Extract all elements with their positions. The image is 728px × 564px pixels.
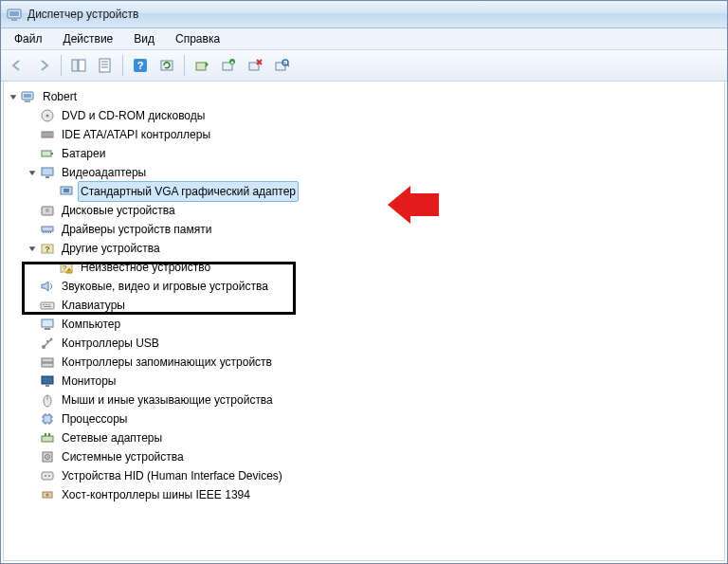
tree-item-label: Клавиатуры: [59, 295, 128, 316]
tree-item-cat-17[interactable]: Устройства HID (Human Interface Devices): [8, 466, 720, 485]
svg-rect-39: [42, 227, 53, 231]
tree-item-cat-8[interactable]: Клавиатуры: [8, 296, 720, 315]
tree-item-cat-12[interactable]: Мониторы: [8, 372, 720, 391]
svg-rect-67: [44, 415, 51, 423]
tree-item-label: Контроллеры USB: [59, 333, 162, 354]
svg-rect-51: [43, 304, 45, 305]
svg-rect-55: [42, 319, 53, 327]
svg-rect-17: [276, 63, 285, 70]
tree-item-cat-1[interactable]: IDE ATA/ATAPI контроллеры: [8, 125, 720, 144]
tree-item-label: Хост-контроллеры шины IEEE 1394: [59, 484, 253, 505]
red-arrow-annotation: [388, 186, 439, 224]
menu-action[interactable]: Действие: [54, 30, 123, 47]
tree-item-cat-13[interactable]: Мыши и иные указывающие устройства: [8, 391, 720, 409]
tree-item-cat-3[interactable]: Видеоадаптеры: [8, 163, 720, 182]
tree-item-label: Неизвестное устройство: [78, 257, 213, 278]
tree-item-cat-11[interactable]: Контроллеры запоминающих устройств: [8, 353, 720, 372]
ide-icon: [40, 127, 55, 142]
collapse-icon[interactable]: [27, 243, 38, 254]
toolbar-separator: [61, 55, 62, 76]
svg-rect-62: [42, 363, 53, 367]
tree-item-cat-7[interactable]: Звуковые, видео и игровые устройства: [8, 277, 720, 296]
titlebar[interactable]: Диспетчер устройств: [1, 1, 727, 28]
tree-item-cat-5[interactable]: Драйверы устройств памяти: [8, 220, 720, 239]
tree-item-cat-16[interactable]: Системные устройства: [8, 447, 720, 466]
tree-item-label: Драйверы устройств памяти: [59, 219, 214, 240]
toolbar-scan[interactable]: [269, 53, 294, 78]
tree-item-label: Дисковые устройства: [59, 200, 178, 221]
refresh-icon: [159, 58, 174, 73]
menu-view[interactable]: Вид: [124, 30, 164, 47]
svg-rect-1: [9, 11, 19, 16]
properties-icon: [98, 58, 113, 73]
update-driver-icon: [194, 58, 209, 73]
toolbar-show-hide[interactable]: [66, 53, 91, 78]
cpu-icon: [40, 411, 55, 427]
svg-rect-78: [48, 433, 50, 436]
tree-item-label: Видеоадаптеры: [59, 162, 149, 183]
svg-point-38: [46, 209, 49, 212]
toolbar-update-driver[interactable]: [190, 53, 214, 78]
svg-point-86: [46, 494, 49, 497]
disable-icon: [247, 58, 263, 73]
svg-rect-4: [79, 60, 85, 71]
svg-text:?: ?: [63, 264, 67, 272]
tree-item-cat-15[interactable]: Сетевые адаптеры: [8, 428, 720, 447]
menu-help[interactable]: Справка: [166, 30, 229, 47]
tree-item-label: Контроллеры запоминающих устройств: [59, 352, 275, 373]
collapse-icon[interactable]: [27, 167, 38, 178]
monitor-icon: [40, 373, 55, 389]
svg-text:?: ?: [45, 245, 50, 254]
svg-rect-60: [46, 340, 48, 342]
tree-item-label: IDE ATA/ATAPI контроллеры: [59, 124, 213, 145]
computer-icon: [40, 317, 55, 332]
svg-rect-77: [45, 433, 46, 436]
collapse-icon[interactable]: [8, 91, 19, 102]
tree-item-cat-14[interactable]: Процессоры: [8, 409, 720, 428]
display-chip-icon: [59, 184, 74, 199]
device-manager-window: Диспетчер устройств Файл Действие Вид Сп…: [0, 0, 728, 564]
tree-item-cat-6-child-0[interactable]: ?! Неизвестное устройство: [8, 258, 720, 277]
toolbar-refresh[interactable]: [155, 53, 179, 78]
toolbar-forward[interactable]: [31, 53, 56, 78]
tree-item-label: DVD и CD-ROM дисководы: [59, 105, 208, 126]
menu-file[interactable]: Файл: [5, 30, 52, 47]
tree-item-label: Другие устройства: [59, 238, 163, 259]
tree-item-cat-2[interactable]: Батареи: [8, 144, 720, 163]
tree-item-root[interactable]: Robert: [8, 87, 720, 106]
tree-item-cat-6[interactable]: ? Другие устройства: [8, 239, 720, 258]
tree-item-cat-3-child-0[interactable]: Стандартный VGA графический адаптер: [8, 182, 720, 201]
computer-root-icon: [21, 89, 36, 104]
tree-item-cat-0[interactable]: DVD и CD-ROM дисководы: [8, 106, 720, 125]
toolbar: ? ▲: [1, 50, 727, 82]
help-icon: ?: [133, 58, 148, 73]
window-title: Диспетчер устройств: [27, 8, 138, 21]
storage-ctrl-icon: [40, 355, 55, 370]
svg-rect-82: [42, 472, 53, 480]
svg-rect-54: [44, 306, 51, 307]
uninstall-icon: ▲: [221, 58, 236, 73]
tree-item-label: Robert: [40, 86, 80, 107]
toolbar-disable[interactable]: [243, 53, 267, 78]
unknown-cat-icon: ?: [40, 241, 55, 256]
svg-rect-64: [46, 385, 49, 387]
toolbar-help[interactable]: ?: [128, 53, 153, 78]
memory-icon: [40, 222, 55, 237]
svg-rect-5: [100, 59, 110, 72]
toolbar-back[interactable]: [5, 53, 29, 78]
tree-item-cat-4[interactable]: Дисковые устройства: [8, 201, 720, 220]
toolbar-uninstall[interactable]: ▲: [216, 53, 241, 78]
system-icon: [40, 449, 55, 464]
toolbar-properties[interactable]: [93, 53, 118, 78]
device-tree[interactable]: Robert DVD и CD-ROM дисководы IDE ATA/AT…: [3, 81, 725, 561]
tree-item-label: Процессоры: [59, 409, 131, 429]
tree-item-cat-9[interactable]: Компьютер: [8, 315, 720, 334]
console-tree-icon: [71, 58, 86, 73]
tree-item-cat-10[interactable]: Контроллеры USB: [8, 334, 720, 353]
tree-item-label: Стандартный VGA графический адаптер: [78, 181, 299, 202]
svg-rect-33: [42, 168, 53, 175]
tree-item-label: Мыши и иные указывающие устройства: [59, 390, 276, 410]
tree-item-cat-18[interactable]: Хост-контроллеры шины IEEE 1394: [8, 485, 720, 504]
svg-point-24: [46, 115, 49, 118]
svg-rect-43: [48, 231, 49, 233]
